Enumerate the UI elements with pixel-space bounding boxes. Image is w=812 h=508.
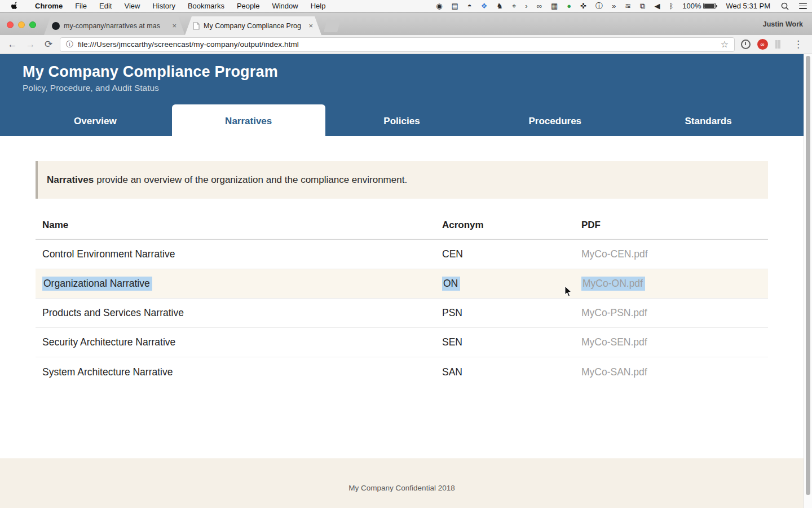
window-shade-icon[interactable]: ▤	[447, 2, 462, 10]
menubar-item-chrome[interactable]: Chrome	[29, 2, 69, 10]
col-header-acronym: Acronym	[435, 220, 575, 231]
knot-app-icon[interactable]: ❖	[476, 2, 492, 10]
cell-name: System Architecture Narrative	[36, 366, 435, 378]
page-viewport: My Company Compliance Program Policy, Pr…	[0, 54, 812, 508]
vertical-scrollbar[interactable]	[804, 54, 812, 508]
macos-menubar: Chrome File Edit View History Bookmarks …	[0, 0, 812, 12]
pdf-link[interactable]: MyCo-SAN.pdf	[581, 366, 647, 378]
browser-menu-icon[interactable]: ⋮	[790, 38, 806, 50]
back-button[interactable]: ←	[6, 39, 19, 50]
screen: Chrome File Edit View History Bookmarks …	[0, 0, 812, 508]
extension-red-link-icon[interactable]: ∞	[756, 38, 769, 51]
table-header-row: Name Acronym PDF	[36, 212, 768, 240]
page-header: My Company Compliance Program Policy, Pr…	[0, 54, 804, 107]
menubar-item-people[interactable]: People	[231, 2, 266, 10]
menubar-item-help[interactable]: Help	[304, 2, 332, 10]
cell-name: Products and Services Narrative	[36, 307, 435, 319]
page-footer: My Company Confidential 2018	[0, 458, 804, 508]
page-main: Narratives provide an overview of the or…	[0, 161, 804, 458]
browser-tab-github[interactable]: my-company/narratives at mas ×	[44, 16, 185, 35]
globe-icon[interactable]: ●	[562, 2, 576, 10]
pdf-link[interactable]: MyCo-CEN.pdf	[581, 248, 648, 260]
menubar-item-window[interactable]: Window	[266, 2, 304, 10]
col-header-name: Name	[36, 220, 435, 231]
glasses-icon[interactable]: ∞	[532, 2, 546, 10]
bluetooth-icon[interactable]: ᛒ	[664, 2, 678, 10]
info-circle-icon[interactable]: ⓘ	[591, 1, 607, 11]
cell-acronym: ON	[442, 277, 460, 291]
browser-tab-compliance[interactable]: My Company Compliance Prog ×	[185, 16, 321, 35]
volume-icon[interactable]: ◀	[650, 2, 664, 10]
tab-close-icon[interactable]: ×	[171, 21, 177, 30]
table-row: Products and Services Narrative PSN MyCo…	[36, 299, 768, 328]
forward-button[interactable]: →	[24, 39, 37, 50]
webpage: My Company Compliance Program Policy, Pr…	[0, 54, 804, 508]
screen-record-icon[interactable]: ◉	[431, 2, 447, 10]
zoom-window-button[interactable]	[29, 21, 36, 28]
tab-close-icon[interactable]: ×	[308, 21, 314, 30]
cell-acronym: CEN	[435, 248, 575, 260]
airplay-icon[interactable]: ⧉	[636, 2, 650, 11]
cell-name: Security Architecture Narrative	[36, 336, 435, 348]
cell-acronym: SAN	[435, 366, 575, 378]
wing-icon[interactable]: »	[607, 2, 620, 10]
location-icon[interactable]: ⌖	[508, 2, 520, 11]
spotlight-search-icon[interactable]	[776, 2, 794, 10]
extension-grid-icon[interactable]	[773, 38, 785, 51]
footer-text: My Company Confidential 2018	[348, 484, 454, 492]
new-tab-button[interactable]	[324, 20, 341, 32]
page-subtitle: Policy, Procedure, and Audit Status	[23, 83, 804, 93]
tab-overview[interactable]: Overview	[19, 107, 172, 136]
pdf-link[interactable]: MyCo-SEN.pdf	[581, 336, 647, 348]
page-info-icon[interactable]: ⓘ	[66, 40, 73, 50]
menubar-clock[interactable]: Wed 5:31 PM	[720, 2, 776, 10]
pdf-link[interactable]: MyCo-PSN.pdf	[581, 307, 647, 318]
minimize-window-button[interactable]	[18, 21, 25, 28]
narratives-callout: Narratives provide an overview of the or…	[36, 161, 768, 199]
reload-button[interactable]: ⟳	[42, 38, 55, 50]
cell-acronym: SEN	[435, 336, 575, 348]
notification-center-icon[interactable]	[794, 3, 812, 9]
cell-name: Organizational Narrative	[42, 277, 152, 291]
table-row-selected: Organizational Narrative ON MyCo-ON.pdf	[36, 269, 768, 299]
tab-standards[interactable]: Standards	[632, 107, 785, 136]
tab-policies[interactable]: Policies	[325, 107, 479, 136]
chevron-icon[interactable]: ›	[520, 2, 532, 10]
scrollbar-thumb[interactable]	[806, 56, 810, 495]
browser-profile-name[interactable]: Justin Work	[763, 20, 812, 35]
tab-title: My Company Compliance Prog	[204, 22, 304, 30]
close-window-button[interactable]	[7, 21, 14, 28]
col-header-pdf: PDF	[575, 220, 768, 231]
menubar-item-history[interactable]: History	[146, 2, 181, 10]
address-bar[interactable]: ⓘ file:///Users/jmccarthy/screencast/my-…	[60, 37, 735, 52]
menubar-item-bookmarks[interactable]: Bookmarks	[182, 2, 231, 10]
tab-narratives[interactable]: Narratives	[172, 104, 325, 138]
browser-tabstrip: my-company/narratives at mas × My Compan…	[0, 12, 812, 35]
narratives-table: Name Acronym PDF Control Environment Nar…	[36, 212, 768, 387]
tab-procedures[interactable]: Procedures	[478, 107, 632, 136]
cell-acronym: PSN	[435, 307, 575, 319]
tab-title: my-company/narratives at mas	[64, 22, 167, 30]
bookmark-star-icon[interactable]: ☆	[721, 39, 729, 50]
pdf-link[interactable]: MyCo-ON.pdf	[581, 277, 645, 291]
page-favicon-icon	[193, 22, 200, 30]
battery-indicator[interactable]: 100%	[678, 2, 720, 10]
callout-text: provide an overview of the organization …	[96, 174, 407, 186]
mouse-cursor	[564, 286, 573, 298]
extension-power-icon[interactable]	[739, 38, 752, 51]
menubar-item-file[interactable]: File	[69, 2, 93, 10]
animal-app-icon[interactable]: ♞	[492, 2, 508, 10]
pill-icon[interactable]: ◓	[463, 2, 476, 10]
callout-bold-text: Narratives	[47, 174, 94, 186]
menubar-item-view[interactable]: View	[118, 2, 146, 10]
url-text[interactable]: file:///Users/jmccarthy/screencast/my-co…	[78, 40, 716, 49]
table-row: System Architecture Narrative SAN MyCo-S…	[36, 357, 768, 387]
battery-percent-label: 100%	[682, 2, 701, 10]
apple-menu-icon[interactable]	[0, 2, 29, 10]
monitor-stats-icon[interactable]: ▦	[546, 2, 562, 10]
menubar-item-edit[interactable]: Edit	[93, 2, 118, 10]
battery-icon	[703, 3, 716, 9]
wifi-icon[interactable]: ≋	[620, 2, 636, 10]
cell-name: Control Environment Narrative	[36, 248, 435, 260]
hand-icon[interactable]: ✜	[576, 2, 591, 10]
